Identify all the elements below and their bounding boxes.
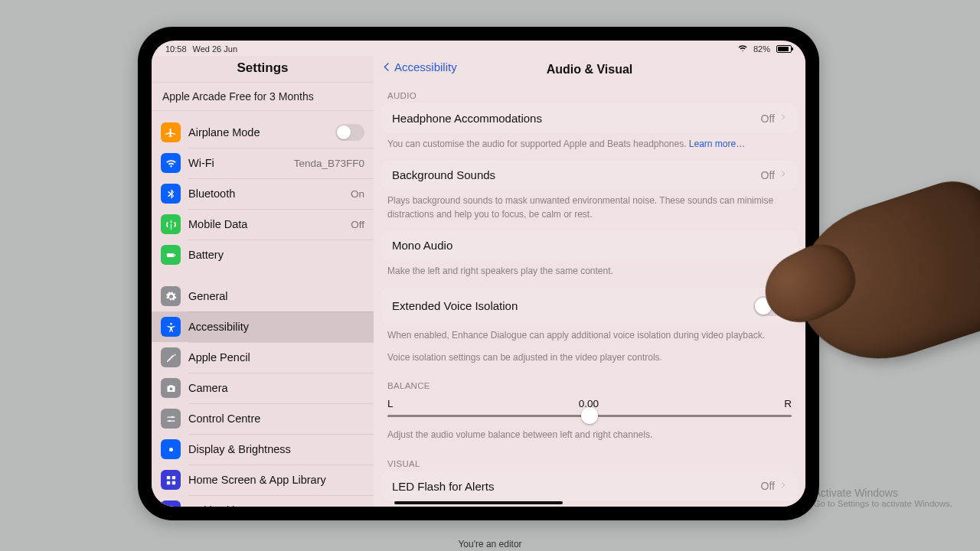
svg-point-3 (169, 387, 172, 390)
airplane-icon (161, 122, 181, 142)
sidebar-item-value: Tenda_B73FF0 (294, 158, 364, 169)
balance-block: L 0.00 R (374, 393, 805, 424)
airplane-toggle[interactable] (335, 124, 364, 141)
headphone-accommodations-footnote: You can customise the audio for supporte… (374, 133, 805, 160)
home-icon (161, 470, 181, 490)
svg-rect-9 (166, 481, 169, 484)
extended-voice-isolation-toggle[interactable] (753, 296, 787, 316)
sidebar-item-label: Camera (188, 382, 364, 394)
detail-title: Audio & Visual (547, 63, 633, 77)
led-flash-value: Off (761, 480, 775, 492)
accessibility-icon (161, 317, 181, 337)
balance-footnote: Adjust the audio volume balance between … (374, 424, 805, 451)
sidebar-item-bluetooth[interactable]: BluetoothOn (152, 178, 374, 209)
section-header-visual: VISUAL (374, 452, 805, 471)
mono-audio-footnote: Make the left and right speakers play th… (374, 260, 805, 287)
balance-slider[interactable] (387, 412, 792, 419)
sidebar-item-label: Accessibility (188, 321, 364, 333)
display-icon (161, 439, 181, 459)
promo-banner[interactable]: Apple Arcade Free for 3 Months (152, 82, 374, 111)
sidebar-item-mobiledata[interactable]: Mobile DataOff (152, 209, 374, 240)
bluetooth-icon (161, 184, 181, 204)
sidebar-item-label: Multitasking & Gestures (188, 504, 364, 507)
sidebar-item-pencil[interactable]: Apple Pencil (152, 342, 374, 373)
sidebar-item-label: Bluetooth (188, 187, 343, 200)
sidebar-item-label: Airplane Mode (188, 126, 328, 139)
sidebar-item-battery[interactable]: Battery (152, 240, 374, 270)
extended-voice-isolation-footnote-2: Voice isolation settings can be adjusted… (374, 351, 805, 373)
watermark: Activate Windows Go to Settings to activ… (813, 487, 952, 508)
svg-rect-1 (174, 254, 175, 256)
multitask-icon (161, 500, 181, 507)
svg-point-5 (168, 419, 171, 422)
extended-voice-isolation-label: Extended Voice Isolation (392, 299, 753, 312)
svg-point-6 (169, 448, 173, 452)
general-icon (161, 286, 181, 306)
chevron-left-icon (381, 61, 393, 73)
sidebar-item-value: Off (351, 219, 364, 230)
status-bar: 10:58 Wed 26 Jun 82% (152, 41, 805, 56)
sidebar-item-multitask[interactable]: Multitasking & Gestures (152, 495, 374, 507)
sidebar-item-accessibility[interactable]: Accessibility (152, 311, 374, 342)
detail-header: Accessibility Audio & Visual (374, 56, 805, 83)
mono-audio-label: Mono Audio (392, 239, 787, 252)
status-date: Wed 26 Jun (193, 44, 238, 54)
tablet-frame: 10:58 Wed 26 Jun 82% Settings Apple Arca… (138, 27, 819, 520)
row-background-sounds[interactable]: Background Sounds Off (381, 160, 798, 190)
svg-point-2 (170, 322, 172, 324)
sidebar-item-general[interactable]: General (152, 281, 374, 311)
sidebar-item-label: Home Screen & App Library (188, 474, 364, 486)
mobiledata-icon (161, 214, 181, 234)
extended-voice-isolation-footnote-1: When enabled, Enhance Dialogue can apply… (374, 324, 805, 351)
balance-right-label: R (784, 398, 792, 409)
learn-more-link[interactable]: Learn more… (689, 139, 745, 149)
sidebar-title: Settings (152, 56, 374, 82)
chevron-right-icon (779, 168, 787, 181)
balance-left-label: L (387, 398, 394, 409)
svg-rect-0 (166, 253, 173, 257)
headphone-accommodations-label: Headphone Accommodations (392, 112, 761, 125)
wifi-icon (738, 44, 747, 54)
screen: 10:58 Wed 26 Jun 82% Settings Apple Arca… (152, 41, 805, 507)
back-button[interactable]: Accessibility (381, 60, 457, 73)
section-header-audio: AUDIO (374, 83, 805, 103)
svg-rect-8 (172, 475, 175, 478)
sidebar-item-display[interactable]: Display & Brightness (152, 434, 374, 465)
sidebar-group-network: Airplane ModeWi-FiTenda_B73FF0BluetoothO… (152, 117, 374, 270)
sidebar-item-label: Mobile Data (188, 218, 343, 230)
battery-icon (776, 45, 792, 53)
home-indicator[interactable] (394, 501, 563, 504)
svg-rect-7 (166, 475, 169, 478)
sidebar-item-control[interactable]: Control Centre (152, 403, 374, 434)
chevron-right-icon (779, 480, 787, 493)
row-led-flash[interactable]: LED Flash for Alerts Off (381, 471, 798, 501)
sidebar-item-airplane[interactable]: Airplane Mode (152, 117, 374, 148)
sidebar-item-label: Apple Pencil (188, 351, 364, 364)
sidebar: Settings Apple Arcade Free for 3 Months … (152, 56, 374, 507)
chevron-right-icon (779, 112, 787, 125)
row-extended-voice-isolation: Extended Voice Isolation (381, 288, 798, 324)
section-header-balance: BALANCE (374, 373, 805, 393)
sidebar-item-label: Wi-Fi (188, 157, 286, 169)
pencil-icon (161, 347, 181, 367)
status-battery-pct: 82% (753, 44, 770, 54)
svg-rect-10 (172, 481, 175, 484)
footer-caption: You're an editor (0, 539, 980, 549)
sidebar-item-home[interactable]: Home Screen & App Library (152, 465, 374, 495)
background-sounds-label: Background Sounds (392, 168, 761, 181)
row-headphone-accommodations[interactable]: Headphone Accommodations Off (381, 103, 798, 133)
balance-slider-knob[interactable] (581, 407, 598, 424)
background-sounds-footnote: Plays background sounds to mask unwanted… (374, 190, 805, 230)
row-mono-audio[interactable]: Mono Audio (381, 230, 798, 260)
camera-icon (161, 378, 181, 398)
sidebar-item-label: Control Centre (188, 412, 364, 425)
led-flash-label: LED Flash for Alerts (392, 480, 761, 493)
sidebar-item-label: General (188, 290, 364, 302)
sidebar-item-label: Display & Brightness (188, 443, 364, 455)
wifi-icon (161, 153, 181, 173)
sidebar-group-system: GeneralAccessibilityApple PencilCameraCo… (152, 281, 374, 507)
background-sounds-value: Off (761, 169, 775, 181)
sidebar-item-camera[interactable]: Camera (152, 373, 374, 403)
headphone-accommodations-value: Off (761, 112, 775, 125)
sidebar-item-wifi[interactable]: Wi-FiTenda_B73FF0 (152, 148, 374, 178)
